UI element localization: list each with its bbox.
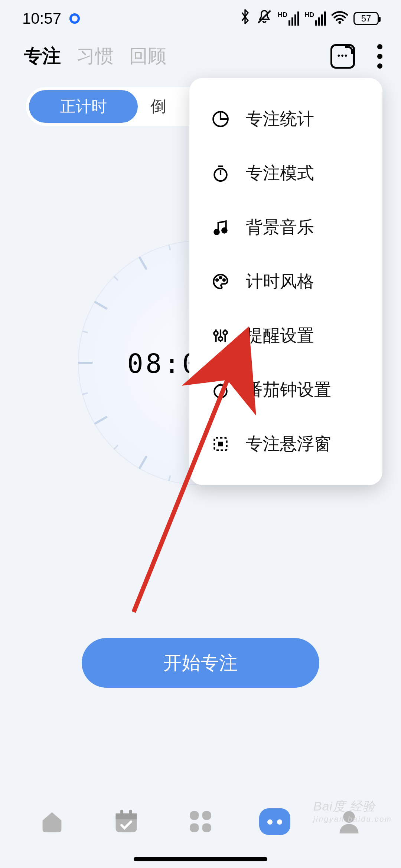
calendar-icon xyxy=(112,808,140,836)
bluetooth-icon xyxy=(239,9,251,29)
watermark: Bai度 经验 jingyan.baidu.com xyxy=(313,798,392,823)
svg-point-8 xyxy=(223,279,225,281)
music-note-icon xyxy=(210,217,231,238)
nav-focus[interactable] xyxy=(258,805,291,838)
focus-icon xyxy=(259,808,290,835)
menu-item-mode[interactable]: 专注模式 xyxy=(189,146,382,200)
pie-chart-icon xyxy=(210,109,231,129)
svg-point-6 xyxy=(216,279,218,281)
sliders-icon xyxy=(210,325,231,346)
menu-label: 专注悬浮窗 xyxy=(246,433,331,456)
battery-level: 57 xyxy=(361,13,371,24)
more-menu-button[interactable] xyxy=(377,44,382,69)
signal-hd-2-icon: HD xyxy=(304,11,326,26)
svg-rect-22 xyxy=(190,823,199,832)
menu-item-pomodoro[interactable]: 番茄钟设置 xyxy=(189,363,382,417)
menu-label: 专注统计 xyxy=(246,108,314,131)
record-indicator-icon xyxy=(69,13,80,24)
svg-point-11 xyxy=(223,331,227,334)
home-indicator xyxy=(134,857,267,861)
tab-habit[interactable]: 习惯 xyxy=(76,44,114,69)
menu-item-reminder[interactable]: 提醒设置 xyxy=(189,309,382,363)
tomato-icon xyxy=(210,379,231,400)
svg-rect-14 xyxy=(218,442,223,447)
svg-point-10 xyxy=(219,337,222,341)
grid-icon xyxy=(186,808,215,836)
stopwatch-icon xyxy=(210,163,231,184)
svg-rect-23 xyxy=(202,823,211,832)
svg-point-1 xyxy=(338,21,341,24)
signal-hd-1-icon: HD xyxy=(278,11,299,26)
menu-item-style[interactable]: 计时风格 xyxy=(189,254,382,309)
svg-rect-18 xyxy=(120,810,123,817)
menu-label: 背景音乐 xyxy=(246,216,314,239)
status-bar: 10:57 HD HD 57 xyxy=(0,0,401,37)
svg-point-9 xyxy=(214,332,218,335)
card-button[interactable]: ••• xyxy=(330,44,355,69)
float-window-icon xyxy=(210,434,231,454)
overflow-menu: 专注统计 专注模式 背景音乐 计时风格 提醒设置 番茄钟设置 专注悬浮窗 xyxy=(189,78,382,485)
svg-rect-20 xyxy=(190,811,199,820)
wifi-icon xyxy=(331,10,348,27)
status-time: 10:57 xyxy=(22,10,61,27)
tab-focus[interactable]: 专注 xyxy=(24,44,61,69)
nav-home[interactable] xyxy=(35,805,69,838)
tab-review[interactable]: 回顾 xyxy=(129,44,166,69)
palette-icon xyxy=(210,271,231,292)
nav-apps[interactable] xyxy=(184,805,217,838)
svg-line-0 xyxy=(258,11,271,23)
svg-rect-17 xyxy=(116,813,137,819)
battery-icon: 57 xyxy=(353,12,379,25)
home-icon xyxy=(38,808,66,836)
menu-label: 番茄钟设置 xyxy=(246,378,331,401)
segment-count-up[interactable]: 正计时 xyxy=(29,90,138,123)
menu-item-float[interactable]: 专注悬浮窗 xyxy=(189,417,382,471)
menu-label: 专注模式 xyxy=(246,162,314,185)
nav-calendar[interactable] xyxy=(110,805,143,838)
svg-point-4 xyxy=(214,230,219,234)
start-focus-button[interactable]: 开始专注 xyxy=(82,638,319,688)
mute-icon xyxy=(256,9,273,29)
svg-point-7 xyxy=(219,277,221,279)
menu-item-music[interactable]: 背景音乐 xyxy=(189,200,382,254)
status-icons: HD HD 57 xyxy=(239,9,379,29)
dots-icon: ••• xyxy=(337,51,348,60)
menu-label: 计时风格 xyxy=(246,270,314,293)
menu-label: 提醒设置 xyxy=(246,324,314,347)
svg-rect-19 xyxy=(129,810,132,817)
svg-point-5 xyxy=(222,228,227,233)
menu-item-stats[interactable]: 专注统计 xyxy=(189,92,382,146)
svg-point-12 xyxy=(214,385,226,398)
svg-rect-21 xyxy=(202,811,211,820)
